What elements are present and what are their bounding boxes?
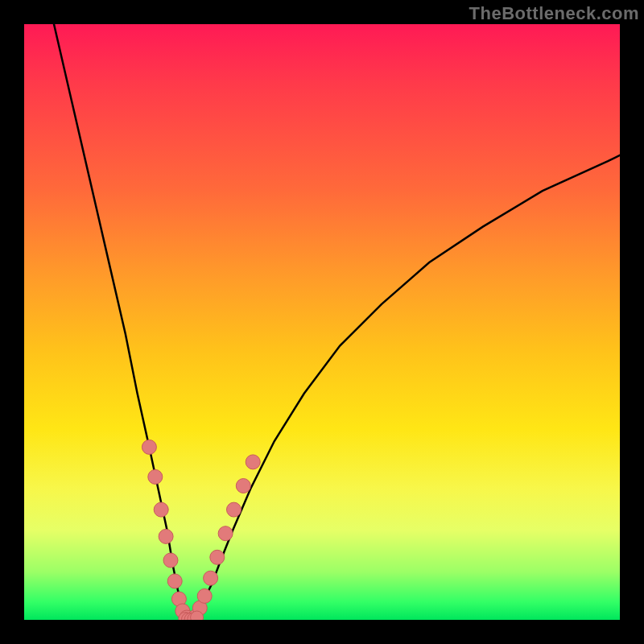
curve-layer [24,24,620,620]
data-point [197,588,212,603]
chart-frame: TheBottleneck.com [0,0,644,644]
data-markers [142,440,260,620]
data-point [148,469,163,484]
data-point [236,479,250,493]
data-point [204,571,218,585]
data-point [142,440,156,454]
curve-right [191,155,620,620]
data-point [167,574,182,588]
data-point [210,550,225,564]
watermark-text: TheBottleneck.com [469,3,639,24]
data-point [227,502,242,517]
data-point [159,529,173,543]
data-point [218,526,233,541]
plot-area [24,24,620,620]
data-point [191,611,204,620]
data-point [163,553,178,568]
data-point [154,502,168,517]
data-point [246,455,260,469]
